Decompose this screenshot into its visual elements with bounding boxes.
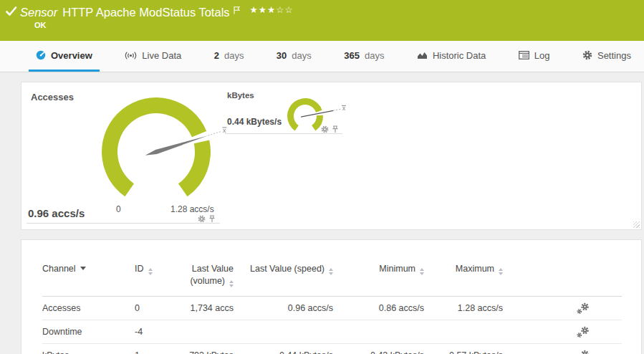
- accesses-current-value: 0.96 accs/s: [28, 207, 85, 219]
- sort-icon: [499, 268, 503, 275]
- tab-label: days: [365, 50, 384, 61]
- edit-channel-gears-icon[interactable]: [576, 326, 590, 338]
- minimum-value: [333, 320, 424, 343]
- col-header-maximum[interactable]: Maximum: [424, 262, 503, 296]
- tab-live-data[interactable]: Live Data: [117, 41, 188, 72]
- live-data-icon: [125, 51, 137, 60]
- svg-text:x: x: [342, 105, 346, 112]
- tab-number: 30: [277, 50, 287, 61]
- maximum-value: 0.57 kBytes/s: [424, 343, 503, 354]
- col-label: Last Value (speed): [250, 264, 325, 274]
- sort-desc-icon: [80, 267, 86, 270]
- col-label: ID: [135, 264, 144, 274]
- area-chart-icon: [417, 51, 428, 59]
- tab-label: days: [292, 50, 311, 61]
- tab-label: Settings: [597, 50, 631, 61]
- channel-name: Downtime: [42, 320, 135, 343]
- priority-stars[interactable]: ★★★☆☆: [250, 4, 294, 15]
- col-label: Maximum: [456, 264, 494, 274]
- object-type-label: Sensor: [20, 4, 57, 20]
- page-title: HTTP Apache ModStatus Totals: [62, 4, 229, 20]
- stars-empty: ☆☆: [276, 5, 293, 15]
- tab-bar: Overview Live Data 2 days 30 days 365 da…: [0, 41, 644, 72]
- table-header-row: Channel ID Last Value (volume) Last Valu…: [42, 262, 622, 296]
- col-header-minimum[interactable]: Minimum: [333, 262, 424, 296]
- tab-label: Log: [534, 50, 550, 61]
- accesses-gauge: x: [93, 88, 236, 214]
- channels-panel: Channel ID Last Value (volume) Last Valu…: [21, 239, 642, 354]
- channel-name: Accesses: [42, 296, 135, 320]
- widget-divider: [225, 133, 342, 134]
- accesses-scale-min: 0: [116, 204, 121, 214]
- tab-number: 2: [214, 50, 219, 61]
- minimum-value: 0.86 accs/s: [333, 296, 424, 320]
- title-row: Sensor HTTP Apache ModStatus Totals ★★★☆…: [20, 4, 294, 20]
- last-value-volume: 1,734 accs: [178, 296, 234, 320]
- tab-label: Overview: [51, 50, 92, 61]
- tab-label: days: [224, 50, 244, 61]
- channel-id: 0: [135, 296, 178, 320]
- gear-icon: [582, 50, 592, 60]
- gauge-title-kbytes: kBytes: [227, 91, 254, 100]
- sort-icon: [420, 268, 424, 275]
- channel-name: kBytes: [42, 343, 135, 354]
- ok-check-icon: [6, 6, 17, 16]
- tab-30-days[interactable]: 30 days: [269, 41, 319, 72]
- edit-channel-gears-icon[interactable]: [576, 302, 590, 315]
- maximum-value: 1.28 accs/s: [424, 296, 503, 320]
- gauge-title-accesses: Accesses: [31, 92, 74, 102]
- channel-id: -4: [135, 320, 178, 343]
- col-header-last-value-speed[interactable]: Last Value (speed): [234, 262, 333, 296]
- resize-handle[interactable]: [633, 221, 640, 228]
- col-label: Last Value (volume): [190, 264, 234, 286]
- minimum-value: 0.43 kBytes/s: [333, 343, 424, 354]
- col-header-last-value-volume[interactable]: Last Value (volume): [178, 262, 234, 296]
- maximum-value: [424, 320, 503, 343]
- col-header-id[interactable]: ID: [135, 262, 178, 296]
- tab-label: Live Data: [142, 50, 181, 61]
- tab-label: Historic Data: [433, 50, 486, 61]
- gauge-icon: [36, 50, 46, 60]
- widget-pin-icon[interactable]: [208, 215, 216, 223]
- tab-365-days[interactable]: 365 days: [337, 41, 391, 72]
- last-value-speed: [234, 320, 333, 343]
- sort-icon: [329, 268, 333, 275]
- log-icon: [519, 51, 529, 59]
- prtg-sensor-page: Sensor HTTP Apache ModStatus Totals ★★★☆…: [0, 0, 644, 354]
- tab-settings[interactable]: Settings: [575, 41, 638, 72]
- widget-pin-icon[interactable]: [332, 125, 339, 133]
- kbytes-gauge: x: [274, 87, 356, 134]
- accesses-scale-max: 1.28 accs/s: [170, 204, 214, 214]
- last-value-volume: 793 kBytes: [178, 343, 234, 354]
- widget-gear-icon[interactable]: [198, 215, 206, 223]
- sensor-header: Sensor HTTP Apache ModStatus Totals ★★★☆…: [0, 0, 644, 41]
- last-value-volume: [178, 320, 234, 343]
- table-row: Downtime -4: [42, 320, 622, 343]
- status-badge: OK: [34, 21, 47, 29]
- kbytes-widget-controls: [321, 125, 339, 133]
- last-value-speed: 0.96 accs/s: [234, 296, 333, 320]
- sort-icon: [148, 268, 153, 275]
- accesses-widget-controls: [198, 215, 216, 223]
- tab-historic-data[interactable]: Historic Data: [410, 41, 493, 72]
- tab-2-days[interactable]: 2 days: [207, 41, 251, 72]
- widget-gear-icon[interactable]: [321, 125, 329, 133]
- channel-table: Channel ID Last Value (volume) Last Valu…: [42, 262, 622, 354]
- tab-number: 365: [344, 50, 360, 61]
- table-row: Accesses 0 1,734 accs 0.96 accs/s 0.86 a…: [42, 296, 622, 320]
- tab-overview[interactable]: Overview: [29, 41, 100, 72]
- widget-divider: [27, 223, 220, 224]
- stars-filled: ★★★: [250, 5, 277, 15]
- tab-log[interactable]: Log: [511, 41, 557, 72]
- sort-icon: [229, 280, 234, 287]
- table-row: kBytes 1 793 kBytes 0.44 kBytes/s 0.43 k…: [42, 343, 622, 354]
- col-header-channel[interactable]: Channel: [42, 262, 135, 296]
- last-value-speed: 0.44 kBytes/s: [234, 343, 333, 354]
- gauges-panel: Accesses x 0.96 accs/s 0 1.28 accs/s kBy…: [21, 82, 642, 230]
- kbytes-current-value: 0.44 kBytes/s: [227, 117, 282, 127]
- col-label: Channel: [42, 264, 76, 274]
- col-label: Minimum: [379, 264, 415, 274]
- bookmark-flag-icon[interactable]: [234, 4, 240, 17]
- edit-channel-gears-icon[interactable]: [576, 350, 590, 354]
- col-header-actions: [503, 262, 622, 296]
